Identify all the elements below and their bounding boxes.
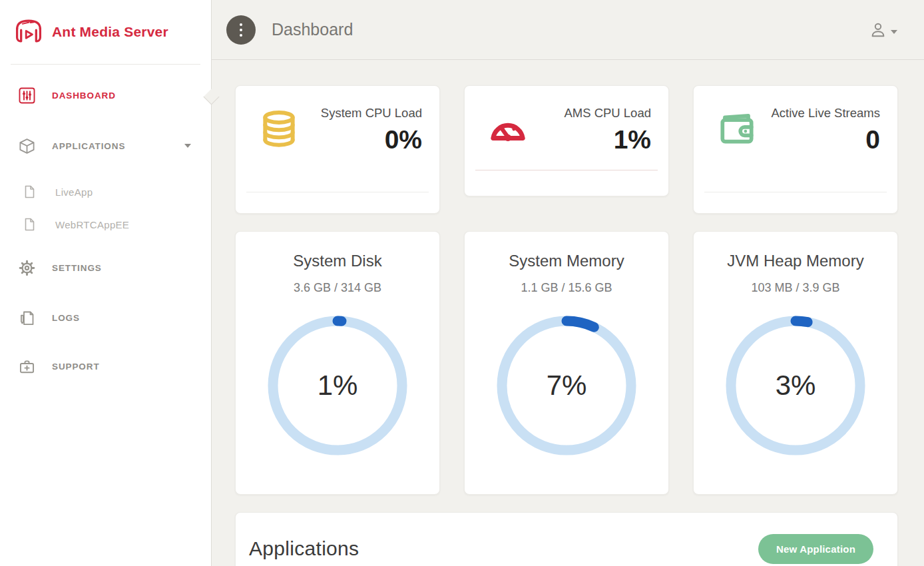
gauge-icon — [487, 109, 529, 150]
page-title: Dashboard — [272, 20, 353, 39]
ant-media-logo-icon — [12, 17, 45, 47]
wallet-icon — [716, 109, 758, 150]
sidebar-item-webrtcappee[interactable]: WebRTCAppEE — [0, 210, 211, 239]
gauge-detail: 3.6 GB / 314 GB — [236, 281, 439, 295]
divider — [704, 192, 887, 192]
sidebar-item-label: DASHBOARD — [52, 91, 116, 101]
dashboard-sliders-icon — [18, 87, 36, 105]
new-application-button[interactable]: New Application — [758, 534, 873, 564]
stat-value: 1% — [529, 125, 651, 154]
stat-card-ams-cpu: AMS CPU Load 1% — [464, 85, 669, 196]
sidebar-item-logs[interactable]: LOGS — [0, 302, 211, 334]
sidebar-item-settings[interactable]: SETTINGS — [0, 252, 211, 284]
topbar: Dashboard — [212, 0, 924, 60]
applications-section: Applications New Application — [235, 512, 898, 566]
stat-text: System CPU Load 0% — [300, 105, 423, 213]
package-icon — [18, 137, 36, 155]
stat-card-active-streams: Active Live Streams 0 — [693, 85, 898, 214]
sidebar-item-applications[interactable]: APPLICATIONS — [0, 130, 211, 162]
sidebar-item-label: SUPPORT — [52, 362, 100, 372]
sidebar-item-support[interactable]: SUPPORT — [0, 350, 211, 382]
applications-title: Applications — [249, 537, 359, 560]
user-icon — [869, 21, 887, 39]
log-file-icon — [18, 309, 36, 327]
gauge-percent: 1% — [264, 312, 411, 459]
user-menu[interactable] — [869, 21, 897, 39]
stat-text: AMS CPU Load 1% — [529, 105, 652, 196]
gauge-title: System Disk — [236, 252, 439, 270]
stat-value: 0 — [758, 125, 880, 154]
gauge-detail: 103 MB / 3.9 GB — [694, 281, 897, 295]
brand: Ant Media Server — [0, 0, 211, 65]
stat-card-system-cpu: System CPU Load 0% — [235, 85, 440, 214]
gauge-card-system-disk: System Disk 3.6 GB / 314 GB 1% — [235, 231, 440, 495]
divider — [475, 170, 658, 170]
kebab-menu-icon[interactable] — [226, 15, 256, 45]
donut-chart: 7% — [493, 312, 640, 459]
main-area: Dashboard System CPU Load — [212, 0, 924, 566]
gauge-percent: 3% — [722, 312, 869, 459]
brand-link[interactable]: Ant Media Server — [11, 0, 200, 65]
sidebar-item-label: LiveApp — [55, 186, 93, 198]
sidebar-item-label: WebRTCAppEE — [55, 219, 129, 230]
stat-value: 0% — [300, 125, 422, 154]
stat-label: Active Live Streams — [767, 105, 880, 123]
gear-icon — [18, 259, 36, 277]
gauge-card-jvm-heap: JVM Heap Memory 103 MB / 3.9 GB 3% — [693, 231, 898, 495]
gauge-title: System Memory — [465, 252, 668, 270]
stat-text: Active Live Streams 0 — [758, 105, 881, 213]
gauge-card-system-memory: System Memory 1.1 GB / 15.6 GB 7% — [464, 231, 669, 495]
file-icon — [20, 183, 38, 201]
sidebar-item-label: SETTINGS — [52, 263, 102, 273]
sidebar-item-label: LOGS — [52, 313, 80, 323]
donut-chart: 1% — [264, 312, 411, 459]
brand-name: Ant Media Server — [52, 24, 168, 40]
sidebar-nav: DASHBOARD APPLICATIONS LiveApp — [0, 65, 211, 382]
gauges-row: System Disk 3.6 GB / 314 GB 1% System Me… — [235, 231, 898, 495]
divider — [246, 192, 429, 192]
stat-label: AMS CPU Load — [538, 105, 651, 123]
sidebar-item-dashboard[interactable]: DASHBOARD — [0, 79, 211, 111]
stats-row: System CPU Load 0% AMS CPU Load 1% — [235, 85, 898, 214]
file-icon — [20, 216, 38, 234]
sidebar: Ant Media Server DASHBOARD — [0, 0, 212, 566]
stat-label: System CPU Load — [309, 105, 422, 123]
gauge-percent: 7% — [493, 312, 640, 459]
donut-chart: 3% — [722, 312, 869, 459]
sidebar-item-liveapp[interactable]: LiveApp — [0, 177, 211, 206]
gauge-title: JVM Heap Memory — [694, 252, 897, 270]
dashboard-content: System CPU Load 0% AMS CPU Load 1% — [212, 60, 924, 566]
sidebar-item-label: APPLICATIONS — [52, 141, 125, 151]
chevron-down-icon — [891, 30, 897, 34]
chevron-down-icon[interactable] — [184, 144, 191, 148]
first-aid-kit-icon — [18, 358, 36, 376]
gauge-detail: 1.1 GB / 15.6 GB — [465, 281, 668, 295]
database-icon — [258, 109, 300, 150]
